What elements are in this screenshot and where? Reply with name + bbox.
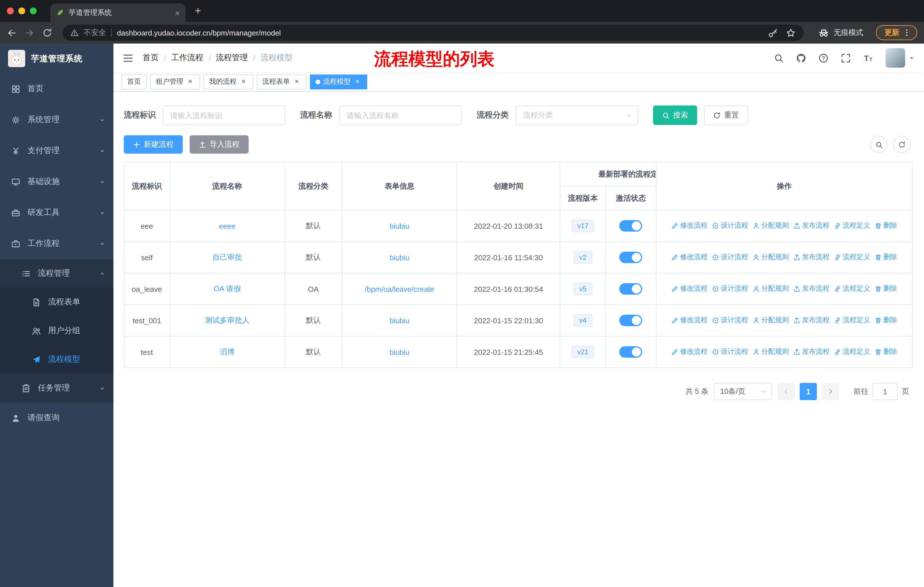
form-info-link[interactable]: /bpm/oa/leave/create — [365, 284, 434, 293]
sidebar-item-home[interactable]: 首页 — [0, 73, 114, 104]
action-link-link[interactable]: 流程定义 — [834, 316, 870, 325]
breadcrumb-item[interactable]: 工作流程 — [171, 53, 203, 63]
process-name-link[interactable]: 测试多审批人 — [205, 316, 249, 324]
close-window-button[interactable] — [7, 7, 14, 14]
tag-租户管理[interactable]: 租户管理× — [150, 74, 200, 89]
tag-流程表单[interactable]: 流程表单× — [257, 74, 307, 89]
browser-menu-icon[interactable] — [903, 29, 911, 37]
browser-tab[interactable]: 芋道管理系统 × — [50, 3, 186, 22]
sidebar-item-infrastructure[interactable]: 基础设施 — [0, 166, 114, 197]
active-toggle[interactable] — [620, 346, 642, 358]
action-trash-link[interactable]: 删除 — [875, 284, 897, 294]
page-size-select[interactable]: 10条/页 — [714, 383, 772, 400]
prev-page-button[interactable] — [777, 383, 795, 400]
tag-流程模型[interactable]: 流程模型× — [310, 74, 367, 89]
action-trash-link[interactable]: 删除 — [875, 347, 897, 357]
action-trash-link[interactable]: 删除 — [875, 316, 897, 325]
process-id-input[interactable] — [163, 106, 285, 125]
tag-close-icon[interactable]: × — [186, 78, 194, 86]
form-info-link[interactable]: biubiu — [389, 253, 409, 262]
action-edit-link[interactable]: 修改流程 — [672, 284, 708, 294]
form-info-link[interactable]: biubiu — [389, 316, 409, 325]
browser-update-button[interactable]: 更新 — [876, 25, 917, 40]
reset-button[interactable]: 重置 — [704, 106, 748, 125]
avatar[interactable] — [886, 48, 905, 68]
github-icon[interactable] — [796, 53, 806, 63]
action-design-link[interactable]: 设计流程 — [712, 347, 748, 357]
minimize-window-button[interactable] — [18, 7, 25, 14]
action-publish-link[interactable]: 发布流程 — [794, 253, 830, 262]
header-search-icon[interactable] — [774, 53, 784, 63]
action-assign-link[interactable]: 分配规则 — [753, 284, 789, 294]
refresh-table-button[interactable] — [893, 136, 910, 153]
process-name-link[interactable]: eeee — [219, 222, 236, 230]
action-link-link[interactable]: 流程定义 — [834, 253, 870, 262]
sidebar-item-task-management[interactable]: 任务管理 — [0, 374, 114, 402]
tag-close-icon[interactable]: × — [239, 78, 248, 86]
sidebar-item-workflow[interactable]: 工作流程 — [0, 228, 114, 259]
action-publish-link[interactable]: 发布流程 — [794, 284, 830, 294]
form-info-link[interactable]: biubiu — [389, 348, 409, 356]
form-info-link[interactable]: biubiu — [389, 222, 409, 230]
security-warning-icon[interactable] — [71, 29, 79, 37]
password-key-icon[interactable] — [768, 28, 778, 38]
page-number-button[interactable]: 1 — [800, 383, 817, 400]
action-link-link[interactable]: 流程定义 — [834, 284, 870, 294]
process-name-input[interactable] — [339, 106, 462, 125]
sidebar-item-payment-management[interactable]: 支付管理 — [0, 135, 114, 166]
action-design-link[interactable]: 设计流程 — [712, 253, 748, 262]
action-assign-link[interactable]: 分配规则 — [753, 253, 789, 262]
action-publish-link[interactable]: 发布流程 — [794, 316, 830, 325]
tag-首页[interactable]: 首页 — [121, 74, 147, 89]
sidebar-item-leave-query[interactable]: 请假查询 — [0, 402, 114, 433]
user-avatar-menu[interactable] — [886, 48, 915, 68]
sidebar-item-process-management[interactable]: 流程管理 — [0, 259, 114, 288]
active-toggle[interactable] — [620, 220, 642, 231]
active-toggle[interactable] — [620, 283, 642, 294]
action-edit-link[interactable]: 修改流程 — [672, 347, 708, 357]
tag-close-icon[interactable]: × — [353, 78, 361, 86]
create-process-button[interactable]: 新建流程 — [124, 135, 183, 154]
import-process-button[interactable]: 导入流程 — [190, 135, 249, 154]
action-design-link[interactable]: 设计流程 — [712, 284, 748, 294]
action-edit-link[interactable]: 修改流程 — [672, 221, 708, 231]
sidebar-logo[interactable]: 芋道管理系统 — [0, 43, 114, 73]
sidebar-item-dev-tools[interactable]: 研发工具 — [0, 197, 114, 228]
new-tab-button[interactable]: + — [186, 5, 210, 17]
fullscreen-icon[interactable] — [841, 53, 851, 63]
breadcrumb-item[interactable]: 首页 — [143, 53, 159, 63]
sidebar-item-system-management[interactable]: 系统管理 — [0, 104, 114, 135]
action-trash-link[interactable]: 删除 — [875, 253, 897, 262]
process-category-select[interactable]: 流程分类 — [516, 106, 638, 125]
action-assign-link[interactable]: 分配规则 — [753, 221, 789, 231]
goto-page-input[interactable] — [873, 383, 898, 400]
back-button[interactable] — [7, 28, 16, 38]
action-publish-link[interactable]: 发布流程 — [794, 347, 830, 357]
next-page-button[interactable] — [822, 383, 839, 400]
action-design-link[interactable]: 设计流程 — [712, 316, 748, 325]
address-bar[interactable]: 不安全 dashboard.yudao.iocoder.cn/bpm/manag… — [63, 25, 804, 41]
toggle-search-button[interactable] — [870, 136, 887, 153]
action-publish-link[interactable]: 发布流程 — [794, 221, 830, 231]
action-design-link[interactable]: 设计流程 — [712, 221, 748, 231]
action-trash-link[interactable]: 删除 — [875, 221, 897, 231]
active-toggle[interactable] — [620, 251, 642, 263]
process-name-link[interactable]: 自己审批 — [212, 253, 242, 261]
reload-button[interactable] — [42, 28, 52, 38]
forward-button[interactable] — [25, 28, 35, 38]
search-button[interactable]: 搜索 — [653, 106, 697, 125]
active-toggle[interactable] — [620, 315, 642, 326]
tag-我的流程[interactable]: 我的流程× — [203, 74, 253, 89]
action-edit-link[interactable]: 修改流程 — [672, 253, 708, 262]
process-name-link[interactable]: OA 请假 — [213, 284, 241, 293]
tab-close-icon[interactable]: × — [175, 8, 180, 17]
sidebar-item-process-model[interactable]: 流程模型 — [0, 345, 114, 374]
breadcrumb-item[interactable]: 流程管理 — [216, 53, 248, 63]
action-edit-link[interactable]: 修改流程 — [672, 316, 708, 325]
tag-close-icon[interactable]: × — [293, 78, 301, 86]
action-link-link[interactable]: 流程定义 — [834, 347, 870, 357]
sidebar-item-process-form[interactable]: 流程表单 — [0, 288, 114, 316]
action-assign-link[interactable]: 分配规则 — [753, 347, 789, 357]
process-name-link[interactable]: 滔博 — [220, 347, 234, 356]
font-size-icon[interactable]: TT — [863, 53, 873, 63]
